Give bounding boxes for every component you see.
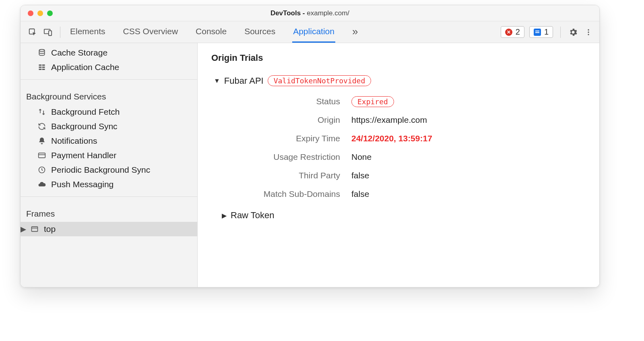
svg-point-4 [588,31,589,33]
chevron-down-icon: ▼ [214,77,220,85]
more-tabs-button[interactable]: » [351,21,359,43]
tab-application[interactable]: Application [292,21,335,43]
sidebar-item-label: Background Sync [51,122,118,131]
sidebar-item-label: Background Fetch [51,107,120,117]
sidebar-item-background-fetch[interactable]: Background Fetch [21,105,197,119]
error-icon: ✕ [505,29,512,36]
svg-rect-12 [42,69,45,70]
window-title: DevTools - example.com/ [21,9,599,17]
issues-badge[interactable]: 1 [529,26,553,38]
status-label: Status [219,97,340,106]
svg-rect-16 [32,227,38,231]
window-title-prefix: DevTools - [270,9,307,17]
sidebar-group-frames: Frames [21,202,197,222]
sidebar-item-label: Application Cache [51,62,119,72]
chevron-right-icon: ▶ [222,212,227,219]
section-heading-origin-trials: Origin Trials [211,53,586,63]
origin-trial-header[interactable]: ▼ Fubar API ValidTokenNotProvided [214,75,586,86]
sidebar-item-application-cache[interactable]: Application Cache [21,60,197,74]
status-value: Expired [351,97,586,106]
sidebar-item-label: Push Messaging [51,180,114,189]
main-toolbar: Elements CSS Overview Console Sources Ap… [21,21,599,43]
sidebar-item-frame-top[interactable]: ▶ top [21,222,197,236]
toolbar-right: ✕ 2 1 [501,26,594,38]
sidebar-item-background-sync[interactable]: Background Sync [21,119,197,134]
sidebar-item-label: top [44,224,56,234]
window-title-suffix: example.com/ [307,9,349,17]
third-party-value: false [351,171,586,180]
cloud-icon [37,180,46,189]
frame-icon [30,225,39,234]
origin-trial-details: Status Expired Origin https://example.co… [219,97,586,199]
content-pane: Origin Trials ▼ Fubar API ValidTokenNotP… [198,43,599,287]
svg-rect-11 [39,69,42,70]
origin-value: https://example.com [351,115,586,125]
sidebar-divider [21,79,197,80]
settings-icon[interactable] [568,27,578,37]
chevron-right-icon: ▶ [21,224,25,234]
toolbar-separator-2 [560,27,561,38]
trial-token-status-badge: ValidTokenNotProvided [268,75,372,86]
clock-icon [37,165,46,174]
errors-badge[interactable]: ✕ 2 [501,26,524,38]
svg-rect-9 [39,67,42,68]
database-icon [37,48,46,57]
sidebar-item-label: Periodic Background Sync [51,165,150,175]
devtools-window: DevTools - example.com/ Elements CSS Ove… [20,5,600,287]
sidebar-item-label: Payment Handler [51,151,116,160]
panel-body: Cache Storage Application Cache Backgrou… [21,43,599,287]
expiry-time-label: Expiry Time [219,134,340,143]
raw-token-row[interactable]: ▶ Raw Token [222,210,586,221]
tab-console[interactable]: Console [195,21,227,43]
status-badge: Expired [351,96,394,107]
tab-sources[interactable]: Sources [244,21,276,43]
svg-rect-10 [42,67,45,68]
errors-count: 2 [516,27,520,37]
credit-card-icon [37,151,46,160]
origin-label: Origin [219,115,340,125]
sidebar-item-periodic-background-sync[interactable]: Periodic Background Sync [21,163,197,177]
sidebar-item-label: Notifications [51,136,97,146]
usage-restriction-label: Usage Restriction [219,152,340,162]
panel-tabs: Elements CSS Overview Console Sources Ap… [69,21,359,43]
sidebar-group-background-services: Background Services [21,85,197,105]
sidebar-item-label: Cache Storage [51,48,107,58]
bell-icon [37,136,46,145]
application-sidebar: Cache Storage Application Cache Backgrou… [21,43,198,287]
raw-token-label: Raw Token [231,210,274,221]
inspect-element-icon[interactable] [26,26,39,39]
more-options-icon[interactable] [583,27,594,37]
svg-rect-7 [39,64,42,66]
third-party-label: Third Party [219,171,340,180]
svg-point-6 [39,50,44,52]
titlebar: DevTools - example.com/ [21,5,599,21]
svg-rect-8 [42,64,45,66]
sidebar-item-payment-handler[interactable]: Payment Handler [21,148,197,163]
origin-trial-name: Fubar API [224,76,264,86]
sidebar-item-notifications[interactable]: Notifications [21,134,197,148]
tab-css-overview[interactable]: CSS Overview [122,21,179,43]
usage-restriction-value: None [351,152,586,162]
svg-rect-13 [39,153,45,158]
issues-count: 1 [544,27,549,37]
svg-point-5 [588,34,589,35]
grid-icon [37,63,46,72]
device-toolbar-icon[interactable] [41,26,54,39]
toolbar-separator [60,27,60,38]
tab-elements[interactable]: Elements [69,21,106,43]
sidebar-item-cache-storage[interactable]: Cache Storage [21,45,197,60]
sidebar-divider-2 [21,196,197,197]
svg-rect-2 [49,31,52,35]
match-sub-domains-value: false [351,189,586,199]
issues-icon [534,29,541,36]
transfer-icon [37,107,46,116]
expiry-time-value: 24/12/2020, 13:59:17 [351,134,586,143]
sidebar-item-push-messaging[interactable]: Push Messaging [21,177,197,192]
sync-icon [37,122,46,131]
match-sub-domains-label: Match Sub-Domains [219,189,340,199]
svg-point-3 [588,29,589,30]
